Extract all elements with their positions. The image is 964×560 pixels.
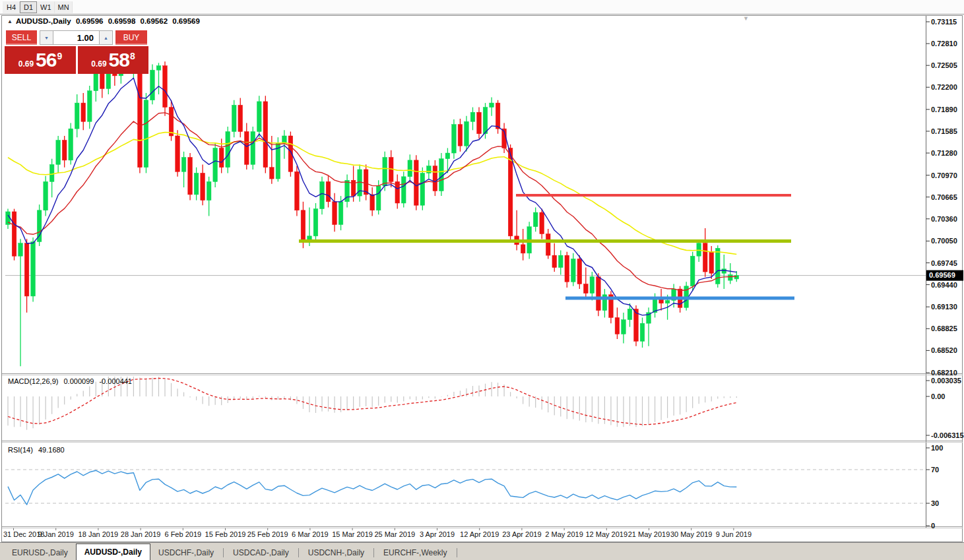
date-axis-label: 9 Jan 2019 [38,530,73,538]
price-axis-tick: 0.68210 [931,369,957,377]
macd-signal-value: -0.000441 [99,377,132,385]
date-axis-label: 30 May 2019 [670,530,713,538]
timeframe-button-w1[interactable]: W1 [37,1,55,13]
tab-separator [457,548,457,557]
date-axis-label: 23 Apr 2019 [502,530,541,538]
chart-tab-usdcnh[interactable]: USDCNH-,Daily [300,545,372,560]
price-axis-tick: 0.69130 [931,303,957,311]
macd-axis-tick: 0.003035 [931,377,961,385]
rsi-name: RSI(14) [8,446,33,454]
sell-price-sup: 9 [57,51,62,61]
chart-symbol: AUDUSD-,Daily [16,17,71,25]
date-axis-label: 6 Feb 2019 [164,530,201,538]
tab-separator [223,548,224,557]
macd-indicator-label: MACD(12,26,9) 0.000099 -0.000441 [8,377,135,385]
buy-price-big: 58 [109,49,129,71]
price-axis-tick: 0.69440 [931,281,957,289]
buy-button[interactable]: BUY [115,30,147,45]
price-axis-tick: 0.70360 [931,215,957,223]
rsi-axis-tick: 0 [931,522,935,530]
date-axis-label: 28 Jan 2019 [121,530,161,538]
chart-tabbar: EURUSD-,DailyAUDUSD-,DailyUSDCHF-,DailyU… [0,542,964,560]
buy-price-prefix: 0.69 [91,59,106,69]
date-axis-label: 21 May 2019 [628,530,670,538]
macd-name: MACD(12,26,9) [8,377,58,385]
timeframe-button-d1[interactable]: D1 [20,1,37,13]
price-axis-tick: 0.72505 [931,61,957,69]
price-axis-tick: 0.70970 [931,171,957,179]
price-axis-tick: 0.69745 [931,259,957,267]
price-axis-tick: 0.70050 [931,237,957,245]
chart-tab-eurusd[interactable]: EURUSD-,Daily [4,545,76,560]
ohlc-low: 0.69562 [140,17,168,25]
chart-tab-eurchf[interactable]: EURCHF-,Weekly [375,545,455,560]
ohlc-high: 0.69598 [108,17,136,25]
chevron-up-icon: ▲ [104,36,108,40]
date-axis-label: 12 Apr 2019 [460,530,499,538]
rsi-indicator-label: RSI(14) 49.1680 [8,446,68,454]
price-axis-tick: 0.71890 [931,106,957,113]
price-axis-tick: 0.72810 [931,40,957,47]
rsi-axis-tick: 100 [931,444,943,452]
price-axis-tick: 0.68520 [931,346,957,354]
date-axis-label: 25 Feb 2019 [247,530,288,538]
date-axis-label: 15 Mar 2019 [332,530,373,538]
one-click-trading-panel: SELL ▼ ▲ BUY 0.69 56 9 0.69 58 8 [5,30,148,74]
timeframe-button-mn[interactable]: MN [55,1,73,13]
date-axis-label: 6 Mar 2019 [292,530,329,538]
rsi-axis-tick: 30 [931,499,939,507]
chart-tab-usdcad[interactable]: USDCAD-,Daily [225,545,297,560]
buy-price-display[interactable]: 0.69 58 8 [78,46,148,74]
macd-axis-tick: -0.006315 [931,431,964,439]
rsi-value: 49.1680 [38,446,65,454]
date-axis-label: 9 Jun 2019 [716,530,752,538]
macd-main-value: 0.000099 [63,377,94,385]
price-axis-tick: 0.71280 [931,149,957,157]
volume-decrease-button[interactable]: ▼ [40,30,53,45]
timeframe-toolbar: H4D1W1MN [0,0,964,15]
price-axis-tick: 0.71585 [931,127,957,135]
mt4-window: H4D1W1MN ▲ AUDUSD-,Daily 0.69596 0.69598… [0,0,964,560]
sell-button[interactable]: SELL [6,30,37,45]
chart-canvas[interactable] [0,0,964,560]
chevron-down-icon: ▼ [44,36,49,40]
chart-title: AUDUSD-,Daily 0.69596 0.69598 0.69562 0.… [16,17,203,25]
sell-price-big: 56 [36,49,56,71]
rsi-axis-tick: 70 [931,466,939,474]
current-price-badge: 0.69569 [929,271,955,279]
macd-axis-tick: 0.00 [931,392,945,400]
timeframe-button-h4[interactable]: H4 [3,1,20,13]
sell-price-prefix: 0.69 [18,59,34,69]
date-axis-label: 18 Jan 2019 [79,530,119,538]
chart-tab-audusd[interactable]: AUDUSD-,Daily [76,544,150,560]
price-axis-tick: 0.73115 [931,18,957,26]
date-axis-label: 2 May 2019 [545,530,583,538]
chart-tab-usdchf[interactable]: USDCHF-,Daily [150,545,222,560]
tab-separator [373,548,374,557]
date-axis-label: 12 May 2019 [585,530,627,538]
sell-price-display[interactable]: 0.69 56 9 [5,46,76,74]
price-axis-tick: 0.68825 [931,325,957,332]
buy-price-sup: 8 [130,51,135,61]
volume-input[interactable] [53,30,99,45]
volume-increase-button[interactable]: ▲ [99,30,113,45]
price-axis-tick: 0.72200 [931,83,957,91]
date-axis-label: 15 Feb 2019 [205,530,246,538]
date-axis-label: 25 Mar 2019 [374,530,415,538]
collapse-quotes-icon[interactable]: ▲ [7,18,13,24]
price-axis-tick: 0.70665 [931,193,957,201]
chart-shift-marker-icon: ▼ [743,15,749,22]
tab-separator [298,548,299,557]
date-axis-label: 3 Apr 2019 [420,530,455,538]
ohlc-close: 0.69569 [172,17,200,25]
ohlc-open: 0.69596 [76,17,104,25]
